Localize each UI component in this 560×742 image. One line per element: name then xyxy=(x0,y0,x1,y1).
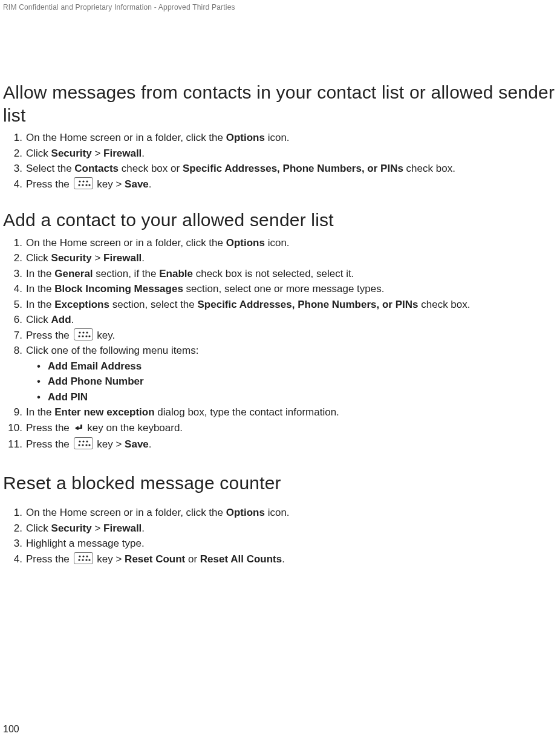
step-text: Press the xyxy=(26,178,73,190)
svg-point-2 xyxy=(86,180,88,182)
step-text: On the Home screen or in a folder, click… xyxy=(26,237,226,249)
step-text: > xyxy=(92,148,103,159)
step-text: Press the xyxy=(26,330,73,341)
document-page: RIM Confidential and Proprietary Informa… xyxy=(0,0,560,742)
step-text: > xyxy=(92,252,103,264)
page-number: 100 xyxy=(3,724,19,735)
step-number: 9 xyxy=(8,405,22,420)
step-text: In the xyxy=(26,406,54,418)
list-item: 1 On the Home screen or in a folder, cli… xyxy=(3,235,557,251)
step-text: In the xyxy=(26,299,54,310)
list-item: 8 Click one of the following menu items:… xyxy=(3,343,557,405)
svg-point-23 xyxy=(86,555,88,557)
step-text: check box. xyxy=(403,163,455,174)
step-text: check box. xyxy=(418,299,470,310)
bold-text: Enter new exception xyxy=(54,406,154,418)
svg-point-13 xyxy=(88,335,90,337)
bold-text: Security xyxy=(51,252,92,264)
step-number: 5 xyxy=(8,297,22,313)
svg-point-8 xyxy=(82,331,84,333)
bold-text: Save xyxy=(125,438,149,450)
list-item: 11 Press the key > Save. xyxy=(3,437,557,452)
svg-point-24 xyxy=(78,559,80,561)
step-text: . xyxy=(282,553,285,565)
section-title-allow-messages: Allow messages from contacts in your con… xyxy=(3,81,557,126)
step-number: 3 xyxy=(8,161,22,177)
sub-list-item: Add PIN xyxy=(37,389,557,405)
bold-text: Exceptions xyxy=(54,299,109,310)
step-number: 6 xyxy=(8,312,22,328)
step-text: Press the xyxy=(26,422,73,434)
menu-key-icon xyxy=(74,177,93,189)
svg-point-17 xyxy=(78,444,80,446)
steps-allow-messages: 1 On the Home screen or in a folder, cli… xyxy=(3,130,557,192)
step-text: Press the xyxy=(26,553,73,565)
svg-point-20 xyxy=(88,444,90,446)
step-text: . xyxy=(149,178,152,190)
bold-text: General xyxy=(54,268,93,279)
svg-point-3 xyxy=(78,184,80,186)
bold-text: Add Email Address xyxy=(48,360,142,372)
step-text: . xyxy=(142,148,145,159)
step-number: 8 xyxy=(8,343,22,359)
bold-text: Options xyxy=(226,507,265,518)
menu-key-icon xyxy=(74,552,93,564)
sub-list: Add Email Address Add Phone Number Add P… xyxy=(26,359,557,405)
svg-point-22 xyxy=(82,555,84,557)
svg-point-16 xyxy=(86,440,88,442)
svg-point-11 xyxy=(82,335,83,337)
menu-key-icon xyxy=(74,437,93,449)
bold-text: Enable xyxy=(159,268,193,279)
step-text: section, select one or more message type… xyxy=(183,283,385,295)
step-number: 4 xyxy=(8,281,22,297)
svg-point-26 xyxy=(85,559,87,561)
step-text: . xyxy=(149,438,152,450)
bold-text: Security xyxy=(51,522,92,534)
bold-text: Firewall xyxy=(103,252,142,264)
sub-list-item: Add Phone Number xyxy=(37,374,557,389)
bold-text: Reset Count xyxy=(125,553,185,565)
step-text: In the xyxy=(26,268,54,279)
step-text: Select the xyxy=(26,163,74,174)
step-text: dialog box, type the contact information… xyxy=(155,406,339,418)
step-text: . xyxy=(142,522,145,534)
step-number: 1 xyxy=(8,235,22,251)
step-text: icon. xyxy=(265,132,290,143)
list-item: 1 On the Home screen or in a folder, cli… xyxy=(3,130,557,146)
bold-text: Firewall xyxy=(103,148,142,159)
steps-add-contact: 1 On the Home screen or in a folder, cli… xyxy=(3,235,557,452)
sub-list-item: Add Email Address xyxy=(37,359,557,374)
bold-text: Firewall xyxy=(103,522,142,534)
step-number: 2 xyxy=(8,250,22,266)
bold-text: Options xyxy=(226,132,265,143)
section-title-add-contact: Add a contact to your allowed sender lis… xyxy=(3,209,557,232)
step-text: Highlight a message type. xyxy=(26,538,145,549)
step-text: check box or xyxy=(119,163,183,174)
list-item: 3 In the General section, if the Enable … xyxy=(3,266,557,282)
bold-text: Add xyxy=(51,314,71,325)
step-number: 4 xyxy=(8,177,22,192)
svg-point-10 xyxy=(78,335,80,337)
list-item: 9 In the Enter new exception dialog box,… xyxy=(3,405,557,420)
step-text: . xyxy=(142,252,145,264)
confidential-header: RIM Confidential and Proprietary Informa… xyxy=(3,3,557,11)
list-item: 10 Press the key on the keyboard. xyxy=(3,420,557,437)
step-number: 2 xyxy=(8,521,22,536)
svg-point-27 xyxy=(88,559,90,561)
svg-point-0 xyxy=(79,180,80,182)
bold-text: Specific Addresses, Phone Numbers, or PI… xyxy=(183,163,403,174)
step-number: 1 xyxy=(8,130,22,146)
bold-text: Security xyxy=(51,148,92,159)
bold-text: Options xyxy=(226,237,265,249)
step-text: > xyxy=(92,522,103,534)
enter-key-icon xyxy=(74,421,83,437)
list-item: 2 Click Security > Firewall. xyxy=(3,250,557,266)
svg-point-18 xyxy=(82,444,83,446)
step-text: or xyxy=(185,553,200,565)
svg-point-25 xyxy=(82,559,83,561)
svg-point-14 xyxy=(79,440,80,442)
step-text: In the xyxy=(26,283,54,295)
step-text: Click xyxy=(26,314,51,325)
step-text: key > xyxy=(94,438,125,450)
list-item: 3 Highlight a message type. xyxy=(3,536,557,552)
